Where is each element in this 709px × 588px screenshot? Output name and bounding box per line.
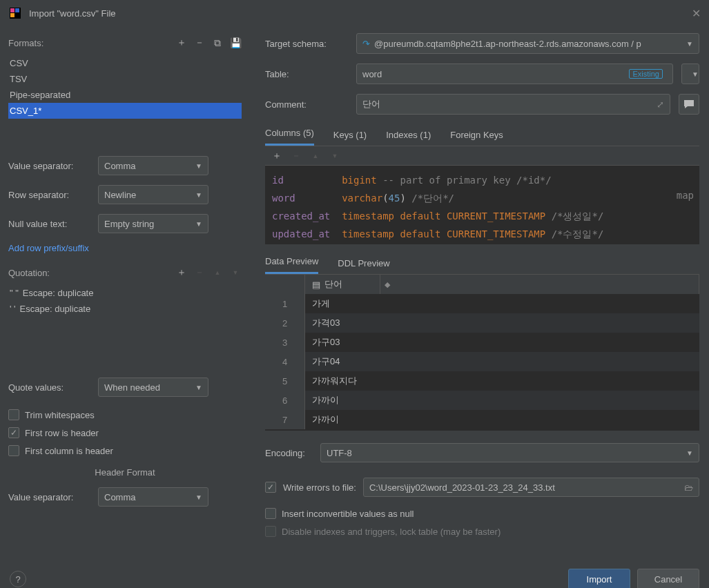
tab-columns[interactable]: Columns (5) [265,128,314,146]
add-format-icon[interactable]: ＋ [175,37,188,49]
table-row[interactable]: 6가까이 [265,391,699,410]
encoding-combo[interactable]: UTF-8 ▼ [320,443,699,462]
move-col-down-icon [329,150,341,162]
close-icon[interactable]: ✕ [692,7,701,20]
format-item[interactable]: Pipe-separated [8,87,242,103]
move-up-icon [211,266,224,279]
database-icon: ↷ [362,39,370,49]
value-separator-label: Value separator: [8,161,91,171]
comment-label: Comment: [265,99,348,110]
chevron-down-icon: ▼ [195,220,202,228]
disable-indexes-checkbox [265,526,276,537]
add-row-prefix-link[interactable]: Add row prefix/suffix [8,243,89,253]
browse-icon[interactable]: 🗁 [684,482,693,493]
insert-null-checkbox[interactable] [265,508,276,519]
remove-column-icon: － [290,150,302,162]
tab-keys[interactable]: Keys (1) [333,130,367,146]
quote-values-label: Quote values: [8,382,91,393]
format-item[interactable]: TSV [8,71,242,87]
chevron-down-icon: ▼ [686,449,693,457]
table-row[interactable]: 5가까워지다 [265,371,699,391]
first-col-header-label: First column is header [25,446,113,456]
column-icon: ▤ [312,280,320,290]
disable-indexes-label: Disable indexes and triggers, lock table… [282,527,501,537]
columns-code[interactable]: id bigint -- part of primary key /*id*/ … [265,166,699,244]
data-preview-header: ▤ 단어 ◆ [265,275,699,294]
insert-null-label: Insert inconvertible values as null [282,509,414,519]
table-dropdown[interactable]: ▼ [681,63,699,84]
trim-whitespaces-checkbox[interactable] [8,409,19,420]
tab-indexes[interactable]: Indexes (1) [386,130,431,146]
chevron-down-icon: ▼ [195,493,202,501]
tab-foreign-keys[interactable]: Foreign Keys [450,130,503,146]
svg-rect-2 [15,8,19,12]
value-separator-combo[interactable]: Comma ▼ [98,156,208,175]
row-separator-label: Row separator: [8,190,91,200]
copy-format-icon[interactable]: ⧉ [211,37,224,49]
first-row-header-label: First row is header [25,428,99,438]
format-item[interactable]: CSV_1* [8,103,242,119]
table-row[interactable]: 1가게 [265,294,699,313]
format-item[interactable]: CSV [8,55,242,71]
table-row[interactable]: 7가까이 [265,410,699,429]
cancel-button[interactable]: Cancel [637,569,699,588]
chevron-down-icon: ▼ [195,162,202,170]
table-row[interactable]: 2가격03 [265,313,699,333]
trim-whitespaces-label: Trim whitespaces [25,410,95,420]
target-schema-label: Target schema: [265,39,348,49]
value-separator2-label: Value separator: [8,492,91,502]
chevron-down-icon: ▼ [692,70,699,78]
value-separator2-combo[interactable]: Comma ▼ [98,487,208,507]
first-col-header-checkbox[interactable] [8,445,19,456]
comment-bubble-icon[interactable] [679,94,699,115]
target-schema-combo[interactable]: ↷ @pureumdb.cqtam8phe2t1.ap-northeast-2.… [356,33,699,54]
save-format-icon[interactable]: 💾 [229,37,242,49]
null-value-label: Null value text: [8,219,91,229]
quote-values-combo[interactable]: When needed ▼ [98,378,208,397]
write-errors-label: Write errors to file: [283,482,356,493]
chevron-down-icon: ▼ [686,40,693,48]
chevron-down-icon: ▼ [195,384,202,391]
add-quotation-icon[interactable]: ＋ [175,266,188,279]
existing-badge: Existing [629,69,663,79]
move-down-icon [229,266,242,279]
expand-icon[interactable]: ⤢ [657,99,664,110]
import-button[interactable]: Import [568,569,630,588]
quotation-list[interactable]: " " Escape: duplicate ' ' Escape: duplic… [8,285,242,368]
remove-format-icon[interactable]: － [193,37,206,49]
remove-quotation-icon: － [193,266,206,279]
row-separator-combo[interactable]: Newline ▼ [98,185,208,204]
quotation-row[interactable]: " " Escape: duplicate [8,285,242,301]
quotation-row[interactable]: ' ' Escape: duplicate [8,301,242,317]
table-row[interactable]: 4가구04 [265,352,699,371]
write-errors-file-input[interactable]: C:\Users\jjy02\word_2023-01-23_23_24_33.… [363,478,699,497]
tab-data-preview[interactable]: Data Preview [265,256,318,274]
formats-label: Formats: [8,38,43,48]
encoding-label: Encoding: [265,448,313,458]
table-input[interactable]: word Existing [356,63,673,84]
svg-rect-3 [10,13,14,17]
help-icon[interactable]: ? [10,571,26,587]
add-column-icon[interactable]: ＋ [271,150,283,162]
minimap-label: map [677,186,694,204]
null-value-combo[interactable]: Empty string ▼ [98,214,208,233]
formats-list[interactable]: CSV TSV Pipe-separated CSV_1* [8,55,242,146]
tab-ddl-preview[interactable]: DDL Preview [338,258,389,274]
chevron-down-icon: ▼ [195,191,202,199]
table-row[interactable]: 3가구03 [265,333,699,352]
data-preview-rows[interactable]: 1가게 2가격03 3가구03 4가구04 5가까워지다 6가까이 7가까이 [265,294,699,431]
write-errors-checkbox[interactable] [265,482,276,493]
move-col-up-icon [309,150,322,162]
first-row-header-checkbox[interactable] [8,427,19,438]
quotation-label: Quotation: [8,268,50,278]
app-logo-icon [8,6,22,20]
header-format-label: Header Format [8,467,242,478]
window-title: Import "word.csv" File [29,8,116,19]
svg-rect-1 [10,8,14,12]
comment-input[interactable]: 단어 ⤢ [356,94,670,115]
table-label: Table: [265,69,348,79]
sort-icon[interactable]: ◆ [380,275,394,294]
